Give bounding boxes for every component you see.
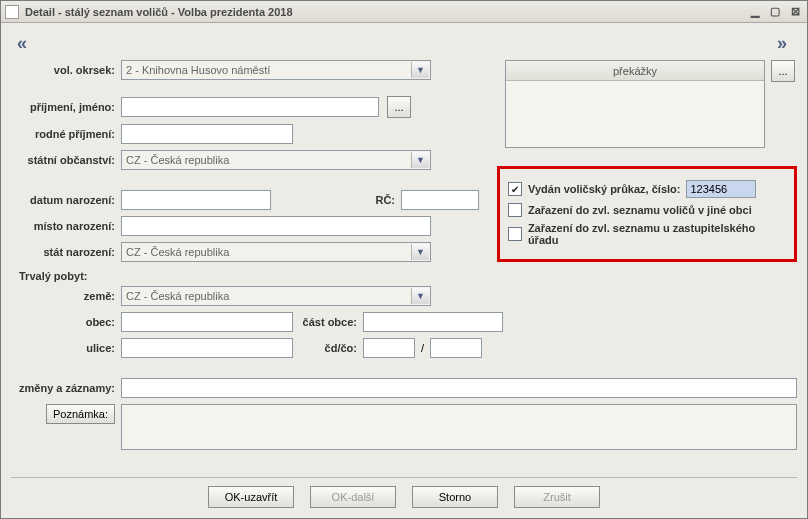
form-area: překážky ... Vydán voličský průkaz, čísl… (11, 60, 797, 477)
lbl-poznamka: Poznámka: (11, 404, 121, 424)
right-panel: překážky ... (505, 60, 795, 148)
combo-vol-okrsek-text: 2 - Knihovna Husovo náměstí (126, 64, 410, 76)
input-datum-narozeni[interactable] (121, 190, 271, 210)
input-obec[interactable] (121, 312, 293, 332)
app-icon (5, 5, 19, 19)
button-bar: OK-uzavřít OK-další Storno Zrušit (11, 477, 797, 512)
combo-zeme[interactable]: CZ - Česká republika ▼ (121, 286, 431, 306)
close-icon[interactable]: ⊠ (787, 5, 803, 19)
nav-row: « » (11, 31, 797, 60)
combo-statni-obcanstvi-text: CZ - Česká republika (126, 154, 410, 166)
prekazky-browse-button[interactable]: ... (771, 60, 795, 82)
chevron-down-icon[interactable]: ▼ (411, 288, 429, 304)
combo-vol-okrsek[interactable]: 2 - Knihovna Husovo náměstí ▼ (121, 60, 431, 80)
prekazky-body (506, 81, 764, 147)
input-cast-obce[interactable] (363, 312, 503, 332)
poznamka-button[interactable]: Poznámka: (46, 404, 115, 424)
lbl-obec: obec: (11, 316, 121, 328)
input-cd[interactable] (363, 338, 415, 358)
chevron-down-icon[interactable]: ▼ (411, 62, 429, 78)
combo-statni-obcanstvi[interactable]: CZ - Česká republika ▼ (121, 150, 431, 170)
content: « » překážky ... Vydán voličský průkaz, (1, 23, 807, 518)
poznamka-textarea[interactable] (121, 404, 797, 450)
lbl-zarazeni-zastup: Zařazení do zvl. seznamu u zastupitelské… (528, 222, 786, 246)
minimize-icon[interactable]: ▁ (747, 5, 763, 19)
highlight-frame: Vydán voličský průkaz, číslo: Zařazení d… (497, 166, 797, 262)
prev-record-arrow[interactable]: « (17, 33, 27, 54)
combo-stat-narozeni[interactable]: CZ - Česká republika ▼ (121, 242, 431, 262)
prekazky-header: překážky (506, 61, 764, 81)
maximize-icon[interactable]: ▢ (767, 5, 783, 19)
lbl-cd-co: čd/čo: (293, 342, 363, 354)
chevron-down-icon[interactable]: ▼ (411, 152, 429, 168)
lbl-zeme: země: (11, 290, 121, 302)
lbl-zarazeni-jina-obec: Zařazení do zvl. seznamu voličů v jiné o… (528, 204, 752, 216)
next-record-arrow[interactable]: » (777, 33, 787, 54)
prukaz-cislo-input[interactable] (686, 180, 756, 198)
input-prijmeni-jmeno[interactable] (121, 97, 379, 117)
input-zmeny[interactable] (121, 378, 797, 398)
lbl-zmeny: změny a záznamy: (11, 382, 121, 394)
lbl-misto-narozeni: místo narození: (11, 220, 121, 232)
lbl-rodne-prijmeni: rodné příjmení: (11, 128, 121, 140)
input-misto-narozeni[interactable] (121, 216, 431, 236)
slash-separator: / (415, 342, 430, 354)
combo-zeme-text: CZ - Česká republika (126, 290, 410, 302)
lbl-rc: RČ: (371, 194, 401, 206)
chk-zarazeni-zastup[interactable] (508, 227, 522, 241)
chevron-down-icon[interactable]: ▼ (411, 244, 429, 260)
ok-uzavrit-button[interactable]: OK-uzavřít (208, 486, 294, 508)
lbl-statni-obcanstvi: státní občanství: (11, 154, 121, 166)
chk-zarazeni-jina-obec[interactable] (508, 203, 522, 217)
combo-stat-narozeni-text: CZ - Česká republika (126, 246, 410, 258)
input-ulice[interactable] (121, 338, 293, 358)
window-title: Detail - stálý seznam voličů - Volba pre… (25, 6, 293, 18)
titlebar: Detail - stálý seznam voličů - Volba pre… (1, 1, 807, 23)
prijmeni-browse-button[interactable]: ... (387, 96, 411, 118)
input-rc[interactable] (401, 190, 479, 210)
lbl-vol-okrsek: vol. okrsek: (11, 64, 121, 76)
lbl-ulice: ulice: (11, 342, 121, 354)
prekazky-list[interactable]: překážky (505, 60, 765, 148)
lbl-vydan-prukaz: Vydán voličský průkaz, číslo: (528, 183, 680, 195)
zrusit-button: Zrušit (514, 486, 600, 508)
storno-button[interactable]: Storno (412, 486, 498, 508)
chk-vydan-prukaz[interactable] (508, 182, 522, 196)
ok-dalsi-button: OK-další (310, 486, 396, 508)
lbl-prijmeni-jmeno: příjmení, jméno: (11, 101, 121, 113)
lbl-cast-obce: část obce: (293, 316, 363, 328)
lbl-stat-narozeni: stát narození: (11, 246, 121, 258)
lbl-trvaly-pobyt: Trvalý pobyt: (19, 270, 797, 282)
lbl-datum-narozeni: datum narození: (11, 194, 121, 206)
input-co[interactable] (430, 338, 482, 358)
input-rodne-prijmeni[interactable] (121, 124, 293, 144)
window: Detail - stálý seznam voličů - Volba pre… (0, 0, 808, 519)
